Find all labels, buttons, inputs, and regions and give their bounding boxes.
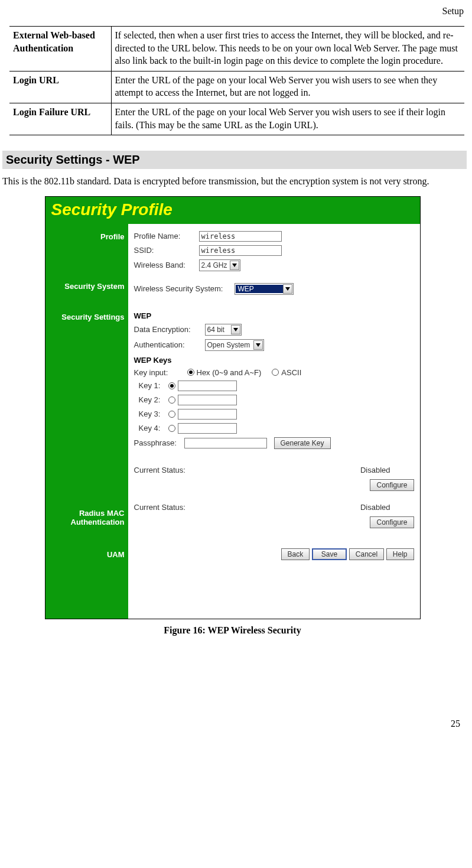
- page-number: 25: [1, 719, 464, 729]
- section-body: This is the 802.11b standard. Data is en…: [2, 175, 467, 188]
- keyinput-ascii-radio[interactable]: [272, 369, 279, 376]
- sidebar-label-security-settings: Security Settings: [48, 313, 125, 324]
- chevron-down-icon: [231, 325, 240, 334]
- ssid-label: SSID:: [134, 246, 199, 255]
- desc-cell: If selected, then when a user first trie…: [111, 27, 464, 71]
- uam-configure-button[interactable]: Configure: [370, 516, 414, 528]
- secsys-select[interactable]: WEP: [235, 283, 294, 295]
- sidebar-label-profile: Profile: [48, 232, 125, 244]
- enc-label: Data Encryption:: [134, 325, 205, 334]
- key2-input[interactable]: [178, 395, 237, 405]
- band-select-value: 2.4 GHz: [200, 261, 230, 269]
- key2-radio[interactable]: [168, 396, 175, 404]
- key3-input[interactable]: [178, 409, 237, 420]
- ssid-input[interactable]: wireless: [199, 245, 282, 256]
- cancel-button[interactable]: Cancel: [349, 548, 384, 560]
- auth-select-value: Open System: [206, 341, 253, 349]
- back-button[interactable]: Back: [281, 548, 310, 560]
- key2-label: Key 2:: [139, 395, 168, 404]
- keyinput-hex-radio[interactable]: [187, 369, 194, 376]
- term-cell: Login Failure URL: [9, 103, 111, 135]
- desc-cell: Enter the URL of the page on your local …: [111, 103, 464, 135]
- uam-status-value: Disabled: [246, 503, 414, 512]
- passphrase-label: Passphrase:: [134, 438, 184, 447]
- uam-status-label: Current Status:: [134, 503, 246, 512]
- passphrase-input[interactable]: [184, 438, 267, 448]
- profile-name-label: Profile Name:: [134, 232, 199, 240]
- table-row: Login Failure URL Enter the URL of the p…: [9, 103, 464, 135]
- save-button[interactable]: Save: [312, 548, 347, 560]
- radius-status-value: Disabled: [246, 466, 414, 474]
- chevron-down-icon: [230, 261, 239, 270]
- enc-select[interactable]: 64 bit: [205, 324, 242, 336]
- sidebar-label-uam: UAM: [48, 550, 125, 562]
- band-select[interactable]: 2.4 GHz: [199, 259, 240, 271]
- chevron-down-icon: [283, 284, 292, 294]
- figure-sidebar: Profile Security System Security Setting…: [45, 224, 128, 619]
- keyinput-hex-label: Hex (0~9 and A~F): [197, 368, 262, 377]
- desc-cell: Enter the URL of the page on your local …: [111, 71, 464, 103]
- secsys-label: Wireless Security System:: [134, 284, 235, 293]
- key4-label: Key 4:: [139, 424, 168, 433]
- wep-heading: WEP: [134, 311, 414, 320]
- auth-label: Authentication:: [134, 340, 205, 349]
- band-label: Wireless Band:: [134, 261, 199, 269]
- key1-label: Key 1:: [139, 381, 168, 390]
- definition-table: External Web-based Authentication If sel…: [9, 26, 464, 135]
- term-cell: External Web-based Authentication: [9, 27, 111, 71]
- enc-select-value: 64 bit: [206, 326, 231, 334]
- figure-main: Profile Name: wireless SSID: wireless Wi…: [128, 224, 420, 619]
- keyinput-label: Key input:: [134, 368, 187, 377]
- radius-configure-button[interactable]: Configure: [370, 479, 414, 491]
- section-heading: Security Settings - WEP: [2, 151, 467, 169]
- key3-label: Key 3:: [139, 409, 168, 418]
- key4-input[interactable]: [178, 423, 237, 434]
- sidebar-label-radius: Radius MAC Authentication: [48, 509, 125, 526]
- generate-key-button[interactable]: Generate Key: [274, 437, 331, 449]
- term-cell: Login URL: [9, 71, 111, 103]
- figure-security-profile: Security Profile Profile Security System…: [45, 196, 421, 619]
- sidebar-label-security-system: Security System: [48, 282, 125, 294]
- key1-input[interactable]: [178, 381, 237, 391]
- key4-radio[interactable]: [168, 425, 175, 432]
- help-button[interactable]: Help: [386, 548, 414, 560]
- table-row: External Web-based Authentication If sel…: [9, 27, 464, 71]
- page-header-section: Setup: [1, 6, 464, 17]
- keyinput-ascii-label: ASCII: [281, 368, 301, 377]
- figure-title: Security Profile: [45, 197, 420, 224]
- chevron-down-icon: [253, 340, 263, 350]
- radius-status-label: Current Status:: [134, 466, 246, 474]
- secsys-select-value: WEP: [236, 285, 283, 293]
- wepkeys-heading: WEP Keys: [134, 356, 414, 365]
- auth-select[interactable]: Open System: [205, 339, 264, 351]
- table-row: Login URL Enter the URL of the page on y…: [9, 71, 464, 103]
- key3-radio[interactable]: [168, 411, 175, 418]
- profile-name-input[interactable]: wireless: [199, 231, 282, 242]
- figure-caption: Figure 16: WEP Wireless Security: [1, 625, 464, 636]
- key1-radio[interactable]: [168, 382, 175, 389]
